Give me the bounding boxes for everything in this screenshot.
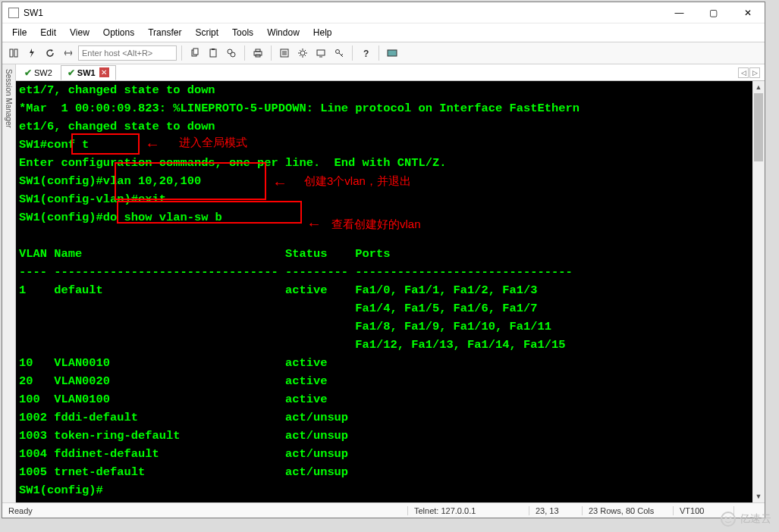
app-icon [8, 8, 19, 18]
options-icon[interactable] [294, 45, 311, 61]
menu-file[interactable]: File [5, 26, 33, 39]
minimize-icon: — [675, 8, 684, 18]
arrow-icon: ← [145, 136, 160, 153]
copy-icon[interactable] [187, 45, 203, 61]
svg-rect-10 [256, 49, 260, 52]
reconnect-icon[interactable] [42, 45, 58, 61]
session-manager-sidebar[interactable]: Session Manager [2, 64, 16, 502]
statusbar: Ready Telnet: 127.0.0.1 23, 13 23 Rows, … [2, 502, 765, 518]
svg-point-24 [721, 512, 735, 526]
connect-icon[interactable] [5, 45, 22, 61]
status-position: 23, 13 [529, 506, 583, 515]
paste-icon[interactable] [205, 45, 221, 61]
check-icon: ✔ [24, 67, 32, 78]
close-icon: ✕ [744, 8, 752, 18]
svg-point-16 [300, 51, 305, 55]
menu-script[interactable]: Script [188, 26, 225, 39]
svg-rect-5 [210, 49, 216, 57]
svg-rect-1 [14, 49, 17, 57]
scroll-down-icon[interactable]: ▼ [752, 490, 765, 502]
svg-rect-4 [193, 49, 198, 55]
toolbar: ? [2, 42, 765, 64]
separator [181, 45, 182, 61]
tab-scroll-left[interactable]: ◁ [738, 67, 749, 78]
menu-help[interactable]: Help [306, 26, 339, 39]
print-icon[interactable] [250, 45, 266, 61]
svg-rect-23 [388, 50, 397, 56]
svg-rect-17 [317, 50, 325, 55]
sft-icon[interactable] [384, 45, 400, 61]
scroll-thumb[interactable] [754, 93, 763, 161]
maximize-button[interactable]: ▢ [696, 2, 730, 23]
sidebar-label: Session Manager [5, 67, 13, 130]
session-icon[interactable] [313, 45, 329, 61]
tab-close-button[interactable]: ✕ [99, 67, 109, 77]
key-icon[interactable] [331, 45, 347, 61]
arrow-icon: ← [306, 215, 322, 233]
svg-line-21 [341, 54, 343, 55]
menu-tools[interactable]: Tools [225, 26, 260, 39]
separator [244, 45, 245, 61]
status-ready: Ready [2, 506, 408, 515]
svg-point-26 [730, 517, 732, 519]
menu-options[interactable]: Options [96, 26, 141, 39]
titlebar[interactable]: SW1 — ▢ ✕ [2, 2, 765, 23]
svg-rect-6 [212, 49, 215, 50]
check-icon: ✔ [68, 67, 75, 78]
tabstrip: ✔ SW2 ✔ SW1 ✕ ◁ ▷ [16, 64, 765, 81]
window-title: SW1 [24, 8, 43, 18]
svg-rect-0 [10, 49, 13, 57]
svg-point-19 [336, 50, 340, 54]
properties-icon[interactable] [276, 45, 293, 61]
watermark-text: 亿速云 [740, 512, 771, 524]
tab-label: SW1 [77, 68, 96, 77]
tab-sw2[interactable]: ✔ SW2 [17, 65, 59, 80]
menubar: File Edit View Options Transfer Script T… [2, 23, 765, 42]
annotation-label-1: 进入全局模式 [179, 136, 247, 150]
minimize-button[interactable]: — [662, 2, 696, 23]
app-window: SW1 — ▢ ✕ File Edit View Options Transfe… [2, 2, 765, 518]
disconnect-icon[interactable] [60, 45, 77, 61]
scroll-track[interactable] [752, 93, 765, 490]
tab-label: SW2 [34, 68, 52, 77]
host-input[interactable] [78, 45, 177, 61]
menu-view[interactable]: View [63, 26, 96, 39]
help-icon[interactable]: ? [357, 45, 374, 61]
menu-transfer[interactable]: Transfer [141, 26, 188, 39]
maximize-icon: ▢ [709, 8, 718, 18]
tab-scroll-right[interactable]: ▷ [749, 67, 760, 78]
annotation-label-3: 查看创建好的vlan [331, 217, 421, 232]
tab-sw1[interactable]: ✔ SW1 ✕ [61, 65, 116, 80]
svg-text:?: ? [363, 49, 369, 58]
scroll-up-icon[interactable]: ▲ [752, 81, 765, 93]
menu-window[interactable]: Window [260, 26, 306, 39]
arrow-icon: ← [272, 174, 287, 192]
separator [379, 45, 379, 61]
terminal-scrollbar[interactable]: ▲ ▼ [752, 81, 765, 502]
watermark: 亿速云 [720, 511, 771, 527]
separator [352, 45, 353, 61]
find-icon[interactable] [223, 45, 240, 61]
close-button[interactable]: ✕ [730, 2, 765, 23]
quick-connect-icon[interactable] [24, 45, 40, 61]
annotation-label-2: 创建3个vlan，并退出 [304, 174, 411, 189]
svg-line-20 [339, 53, 343, 57]
separator [271, 45, 272, 61]
menu-edit[interactable]: Edit [33, 26, 63, 39]
terminal[interactable]: et1/7, changed state to down*Mar 1 00:00… [16, 81, 765, 502]
status-size: 23 Rows, 80 Cols [583, 506, 674, 515]
status-protocol: Telnet: 127.0.0.1 [408, 506, 529, 515]
svg-point-25 [725, 517, 727, 519]
svg-point-8 [231, 52, 235, 57]
